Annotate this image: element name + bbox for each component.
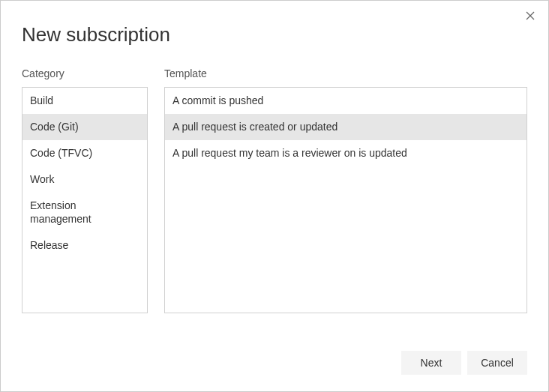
close-icon <box>526 11 535 20</box>
dialog-title: New subscription <box>1 1 548 46</box>
template-item[interactable]: A commit is pushed <box>165 88 526 114</box>
category-label: Category <box>22 67 148 79</box>
template-item[interactable]: A pull request is created or updated <box>165 114 526 140</box>
category-item[interactable]: Build <box>22 88 147 114</box>
category-column: Category BuildCode (Git)Code (TFVC)WorkE… <box>22 67 148 313</box>
close-button[interactable] <box>524 10 536 22</box>
template-label: Template <box>164 67 527 79</box>
category-item[interactable]: Work <box>22 166 147 193</box>
template-listbox[interactable]: A commit is pushedA pull request is crea… <box>164 87 527 313</box>
template-item[interactable]: A pull request my team is a reviewer on … <box>165 140 526 166</box>
template-column: Template A commit is pushedA pull reques… <box>164 67 527 313</box>
category-listbox[interactable]: BuildCode (Git)Code (TFVC)WorkExtension … <box>22 87 148 313</box>
category-item[interactable]: Extension management <box>22 193 147 233</box>
category-item[interactable]: Release <box>22 232 147 259</box>
cancel-button[interactable]: Cancel <box>467 351 527 375</box>
next-button[interactable]: Next <box>401 351 461 375</box>
category-item[interactable]: Code (Git) <box>22 114 147 140</box>
content-columns: Category BuildCode (Git)Code (TFVC)WorkE… <box>1 46 548 313</box>
category-item[interactable]: Code (TFVC) <box>22 140 147 166</box>
dialog-footer: Next Cancel <box>401 351 527 375</box>
